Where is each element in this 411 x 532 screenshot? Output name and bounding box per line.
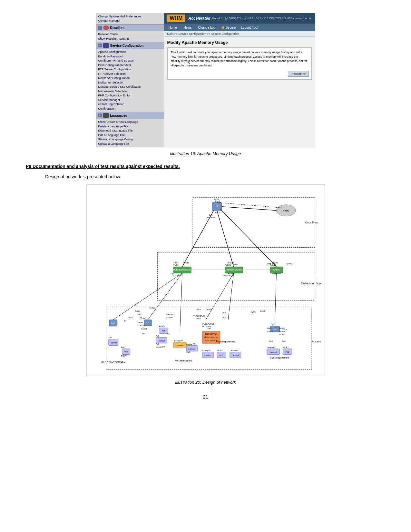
svg-text:Fa0/20: Fa0/20 — [225, 264, 231, 266]
svg-text:PC-PT: PC-PT — [283, 346, 289, 348]
svg-text:PC2: PC2 — [285, 351, 289, 353]
svg-text:Laptop-PT: Laptop-PT — [230, 350, 239, 351]
network-diagram-svg: Core layer Distribution layer Access Pee… — [87, 185, 325, 374]
svg-text:Laptop4: Laptop4 — [269, 351, 277, 353]
svg-text:Laptop-PT: Laptop-PT — [267, 346, 276, 348]
svg-text:Fa0/2: Fa0/2 — [173, 262, 179, 264]
svg-text:EMAIL SERVER: EMAIL SERVER — [204, 336, 218, 338]
illustration-19-caption: Illustration 19: Apache Memory Usage — [26, 151, 385, 156]
configuration-link[interactable]: Configuration — [98, 107, 162, 111]
svg-text:3F/: 3F/ — [123, 320, 126, 322]
core-layer-label: Core layer — [305, 221, 318, 224]
reseller-center-link[interactable]: Reseller Center — [98, 32, 162, 37]
whm-topbar: WHM Accelerated cPanel 11.24.5-R37629 · … — [164, 13, 315, 24]
nav-logout[interactable]: Logout (root) — [240, 25, 260, 30]
edit-lang-link[interactable]: Edit a Language File — [98, 133, 162, 138]
svg-text:Laptop3: Laptop3 — [231, 354, 239, 356]
cpanel-log-link[interactable]: cPanel Log Rotation — [98, 102, 162, 107]
svg-text:Fa0/22: Fa0/22 — [139, 325, 145, 327]
nav-changelog[interactable]: Change Log — [197, 25, 217, 30]
page-number: 21 — [26, 394, 385, 399]
svg-text:PC3: PC3 — [283, 329, 287, 330]
collapse-icon: - — [98, 26, 102, 30]
nav-news[interactable]: News — [182, 25, 193, 30]
svg-text:Fa0/2: Fa0/2 — [196, 318, 201, 320]
svg-text:Server-PT: Server-PT — [174, 340, 183, 342]
svg-text:Fa0/6: Fa0/6 — [193, 314, 198, 316]
svg-text:Fa0/20: Fa0/20 — [286, 263, 292, 265]
access-layer-label: Access — [312, 340, 321, 343]
svg-text:Laptop-PT: Laptop-PT — [202, 350, 211, 351]
sidebar-link-mail[interactable]: Change System Mail Preferences — [98, 15, 162, 19]
sidebar-section-service[interactable]: - Service Configuration — [96, 42, 164, 49]
svg-text:Fa0/2: Fa0/2 — [141, 318, 146, 320]
clone-lang-link[interactable]: Clone/Create a New Language — [98, 120, 162, 124]
svg-text:HR Departament: HR Departament — [175, 360, 191, 362]
svg-text:R&D: R&D — [111, 322, 115, 324]
svg-text:Multilayer Switch1: Multilayer Switch1 — [224, 269, 242, 271]
svg-text:Server0: Server0 — [176, 345, 183, 347]
svg-text:Fa0/11: Fa0/11 — [149, 307, 155, 309]
svg-text:Fa0: Fa0 — [108, 337, 112, 339]
mailserver-selection-link[interactable]: Mailserver Selection — [98, 81, 162, 85]
download-lang-link[interactable]: Download a Language File — [98, 129, 162, 133]
ftp-config-link[interactable]: FTP Server Configuration — [98, 67, 162, 72]
nameserver-link[interactable]: Nameserver Selection — [98, 89, 162, 94]
svg-text:PC4: PC4 — [121, 362, 125, 364]
svg-text:Fa0/3: Fa0/3 — [173, 264, 179, 266]
whm-page-content: Modify Apache Memory Usage This function… — [164, 37, 315, 147]
delete-lang-link[interactable]: Delete a Language File — [98, 124, 162, 129]
svg-text:PC1: PC1 — [220, 354, 223, 356]
distribution-layer-label: Distribution layer — [301, 282, 322, 285]
svg-text:Fa1/0: Fa1/0 — [215, 200, 220, 202]
svg-text:Fa0/: Fa0/ — [137, 313, 141, 315]
svg-text:Fa0/7: Fa0/7 — [196, 309, 201, 310]
stats-lang-link[interactable]: Statistics Language Config — [98, 137, 162, 142]
breadcrumb: Main >> Service Configuration >> Apache … — [164, 31, 315, 37]
page-title: Modify Apache Memory Usage — [167, 40, 312, 45]
ftp-selection-link[interactable]: FTP Server Selection — [98, 72, 162, 76]
svg-text:Fa0: Fa0 — [269, 340, 273, 342]
svg-text:PC0: PC0 — [161, 330, 165, 332]
svg-text:Fa0/9: Fa0/9 — [260, 310, 265, 312]
proceed-button[interactable]: Proceed >> — [288, 71, 309, 77]
svg-text:Fa0/3: Fa0/3 — [250, 311, 256, 313]
service-manager-link[interactable]: Service Manager — [98, 98, 162, 103]
svg-text:Fa0/1: Fa0/1 — [221, 312, 227, 314]
svg-text:PC-PT: PC-PT — [121, 355, 127, 357]
svg-text:Fa0/17: Fa0/17 — [279, 330, 285, 332]
php-suexec-link[interactable]: Configure PHP and Suexec — [98, 59, 162, 63]
svg-text:DNS SERVER: DNS SERVER — [205, 333, 217, 335]
network-diagram: Core layer Distribution layer Access Pee… — [86, 184, 325, 376]
svg-text:R&D DEPARTAMENT: R&D DEPARTAMENT — [101, 361, 123, 364]
sidebar-section-resellers[interactable]: - Resellers — [96, 24, 164, 31]
nav-home[interactable]: Home — [167, 25, 179, 30]
mailserver-config-link[interactable]: Mailserver Configuration — [98, 76, 162, 81]
nav-secure[interactable]: 🔒 Secure — [221, 26, 236, 29]
bandmin-link[interactable]: Bandmin Password — [98, 54, 162, 59]
svg-text:Fa0/10: Fa0/10 — [141, 328, 147, 330]
whm-screenshot: Change System Mail Preferences Contact M… — [96, 13, 315, 147]
svg-text:PC5: PC5 — [124, 351, 128, 353]
svg-text:Ro0/Fa0/1: Ro0/Fa0/1 — [207, 216, 216, 218]
show-reseller-accounts-link[interactable]: Show Reseller Accounts — [98, 37, 162, 41]
svg-text:Fa0/2: Fa0/2 — [128, 317, 133, 319]
svg-text:Fa0: Fa0 — [186, 351, 190, 353]
svg-text:Switch2: Switch2 — [272, 269, 280, 271]
php-config-link[interactable]: PHP Configuration Editor — [98, 94, 162, 98]
svg-text:Fa0/11: Fa0/11 — [221, 317, 228, 319]
apache-config-link[interactable]: Apache Configuration — [98, 50, 162, 54]
svg-text:Design Departament: Design Departament — [214, 340, 235, 343]
collapse-icon-2: - — [98, 44, 102, 47]
service-links: Apache Configuration Bandmin Password Co… — [96, 49, 164, 112]
sidebar-section-languages[interactable]: - Languages — [96, 112, 164, 119]
upload-lang-link[interactable]: Upload a Language File — [98, 142, 162, 146]
exim-link[interactable]: Exim Configuration Editor — [98, 63, 162, 68]
svg-text:Multilayer Switch0: Multilayer Switch0 — [173, 269, 191, 271]
svg-text:Fa0: Fa0 — [156, 343, 159, 345]
svg-text:Fa0/20: Fa0/20 — [267, 330, 273, 332]
accelerated-label: Accelerated — [188, 16, 210, 21]
sidebar-link-contact[interactable]: Contact Manager — [98, 19, 162, 23]
svg-text:356-: 356- — [170, 272, 174, 274]
ssl-cert-link[interactable]: Manage Service SSL Certificates — [98, 85, 162, 89]
